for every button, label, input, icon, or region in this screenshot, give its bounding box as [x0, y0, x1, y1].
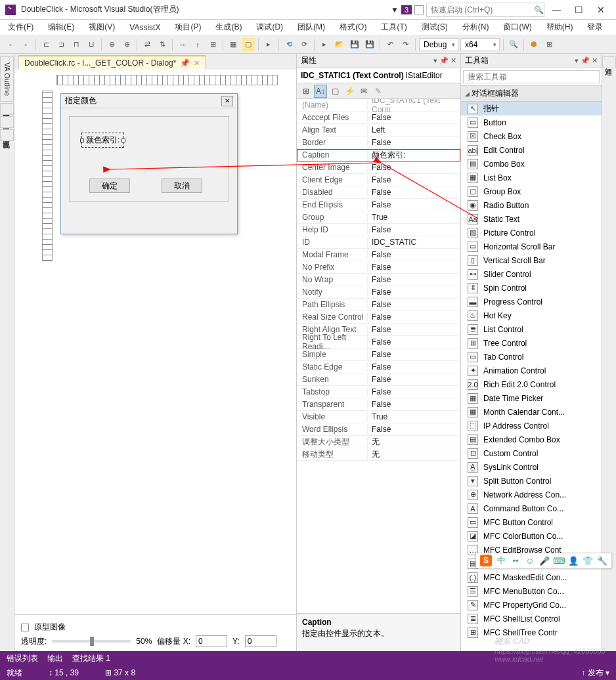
bottom-tab[interactable]: 查找结果 1: [72, 653, 110, 664]
tb-size-icon[interactable]: ↕: [191, 38, 204, 51]
toolbox-item[interactable]: ≣List Control: [461, 322, 602, 336]
props-icon[interactable]: ▢: [328, 85, 341, 98]
tb-fwd-icon[interactable]: ⟳: [297, 38, 311, 51]
ime-toolbar[interactable]: S 中 •• ☺ 🎤 ⌨ 👤 👕 🔧: [475, 553, 612, 568]
minimize-button[interactable]: —: [546, 3, 566, 17]
toolbox-item[interactable]: ⇕Spin Control: [461, 281, 602, 295]
property-row[interactable]: TabstopFalse: [297, 386, 460, 398]
tb-nav-back-icon[interactable]: ◦: [4, 38, 17, 51]
dropdown-icon[interactable]: ▾: [433, 56, 437, 65]
events-icon[interactable]: ⚡: [343, 85, 356, 98]
bottom-tab[interactable]: 错误列表: [7, 653, 38, 664]
property-value[interactable]: True: [368, 213, 460, 222]
property-row[interactable]: Help IDFalse: [297, 224, 460, 236]
property-row[interactable]: Real Size ControlFalse: [297, 311, 460, 324]
property-value[interactable]: False: [368, 337, 460, 347]
property-row[interactable]: Acccept FilesFalse: [297, 112, 460, 124]
property-row[interactable]: BorderFalse: [297, 137, 460, 149]
property-row[interactable]: (Name)IDC_STATIC1 (Text Contr: [297, 99, 460, 112]
property-value[interactable]: True: [368, 412, 460, 421]
notifications-tab[interactable]: 通知: [602, 56, 616, 68]
toolbox-search-input[interactable]: [463, 70, 600, 83]
toolbox-item[interactable]: ▨Picture Control: [461, 226, 602, 240]
side-tab[interactable]: 资源视图: [0, 129, 14, 141]
tb-ext-icon[interactable]: ⬢: [527, 38, 540, 51]
menu-item[interactable]: VAssistX: [127, 22, 163, 33]
menu-item[interactable]: 项目(P): [172, 20, 204, 34]
property-row[interactable]: Right To Left Readi...False: [297, 336, 460, 349]
toolbox-item[interactable]: ACommand Button Co...: [461, 501, 602, 515]
menu-item[interactable]: 测试(S): [419, 20, 451, 34]
toolbox-item[interactable]: (.)MFC MaskedEdit Con...: [461, 570, 602, 584]
toolbox-item[interactable]: ▤Combo Box: [461, 157, 602, 171]
property-value[interactable]: False: [368, 312, 460, 322]
menu-item[interactable]: 文件(F): [5, 20, 36, 34]
toolbox-item[interactable]: ab|Edit Control: [461, 143, 602, 157]
side-tab[interactable]: 类视图: [0, 116, 14, 128]
toolbox-item[interactable]: ⊷Slider Control: [461, 267, 602, 281]
tb-open-icon[interactable]: 📂: [333, 38, 346, 51]
document-tab[interactable]: DoubleClick.rc - I..._GET_COLOR - Dialog…: [18, 55, 206, 70]
static-text-control[interactable]: 颜色索引:: [81, 133, 124, 148]
feedback-icon[interactable]: [414, 5, 424, 14]
property-row[interactable]: IDIDC_STATIC: [297, 236, 460, 249]
opacity-slider[interactable]: [52, 640, 131, 643]
property-value[interactable]: False: [368, 250, 460, 259]
toolbox-item[interactable]: ▤Extended Combo Box: [461, 433, 602, 446]
pin-icon[interactable]: 📌: [581, 56, 590, 65]
menu-item[interactable]: 视图(V): [86, 20, 118, 34]
close-button[interactable]: ✕: [591, 3, 611, 17]
property-row[interactable]: No WrapFalse: [297, 274, 460, 286]
property-row[interactable]: TransparentFalse: [297, 398, 460, 411]
property-value[interactable]: False: [368, 287, 460, 297]
property-value[interactable]: False: [368, 200, 460, 209]
menu-item[interactable]: 登录: [584, 20, 605, 34]
property-row[interactable]: Align TextLeft: [297, 124, 460, 137]
tb-space-icon[interactable]: ⇅: [156, 38, 169, 51]
config-combo[interactable]: Debug: [419, 38, 458, 51]
ime-settings-icon[interactable]: 🔧: [597, 555, 607, 566]
toolbox-item[interactable]: ↖指针: [461, 102, 602, 116]
tb-space-icon[interactable]: ⇄: [141, 38, 154, 51]
publish-button[interactable]: ↑ 发布 ▾: [581, 668, 609, 679]
tb-align-icon[interactable]: ⊏: [39, 38, 53, 51]
toolbox-item[interactable]: AaStatic Text: [461, 212, 602, 226]
toolbox-item[interactable]: ▭Tab Control: [461, 350, 602, 364]
tb-save-icon[interactable]: 💾: [348, 38, 361, 51]
toolbox-item[interactable]: ◉Radio Button: [461, 198, 602, 212]
property-value[interactable]: False: [368, 263, 460, 272]
menu-item[interactable]: 团队(M): [295, 20, 328, 34]
property-value[interactable]: False: [368, 113, 460, 122]
close-tab-icon[interactable]: ✕: [194, 59, 200, 68]
property-value[interactable]: False: [368, 225, 460, 234]
menu-item[interactable]: 调试(D): [253, 20, 286, 34]
toolbox-item[interactable]: ⊞Tree Control: [461, 336, 602, 350]
dropdown-icon[interactable]: ▾: [575, 56, 579, 65]
property-value[interactable]: False: [368, 275, 460, 284]
close-panel-icon[interactable]: ✕: [451, 56, 456, 65]
ime-mic-icon[interactable]: 🎤: [539, 555, 550, 566]
tb-redo-icon[interactable]: ↷: [399, 38, 412, 51]
pin-icon[interactable]: 📌: [439, 56, 449, 65]
dialog-groupbox[interactable]: 颜色索引: 确定 取消: [69, 116, 229, 202]
property-value[interactable]: False: [368, 400, 460, 409]
ime-punct-icon[interactable]: ••: [510, 555, 521, 566]
toolbox-item[interactable]: ▦Month Calendar Cont...: [461, 405, 602, 419]
ime-lang-icon[interactable]: 中: [496, 555, 506, 566]
toolbox-item[interactable]: ≣MFC ShellList Control: [461, 612, 602, 626]
tb-size-icon[interactable]: ⊞: [206, 38, 219, 51]
overrides-icon[interactable]: ✎: [372, 85, 385, 98]
property-value[interactable]: False: [368, 375, 460, 384]
dialog-close-icon[interactable]: ✕: [221, 96, 233, 106]
property-row[interactable]: Static EdgeFalse: [297, 361, 460, 373]
property-value[interactable]: 无: [368, 436, 460, 448]
tb-new-icon[interactable]: ▸: [318, 38, 331, 51]
properties-grid[interactable]: (Name)IDC_STATIC1 (Text ContrAcccept Fil…: [297, 99, 460, 613]
platform-combo[interactable]: x64: [460, 38, 500, 51]
ok-button[interactable]: 确定: [89, 179, 130, 193]
toolbox-item[interactable]: ⬚IP Address Control: [461, 419, 602, 433]
tb-center-icon[interactable]: ⊕: [120, 38, 133, 51]
ime-skin-icon[interactable]: 👕: [583, 555, 593, 566]
property-row[interactable]: End EllipsisFalse: [297, 199, 460, 211]
dialog-editor-canvas[interactable]: 指定颜色 ✕ 颜色索引: 确定 取消: [14, 70, 296, 614]
